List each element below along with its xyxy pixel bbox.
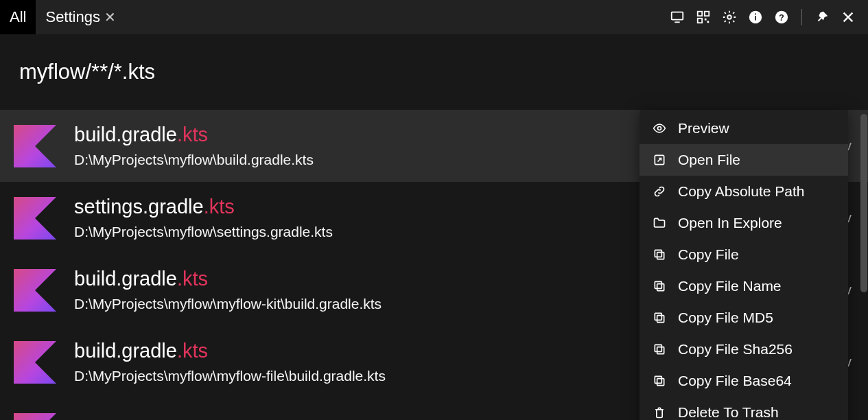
svg-point-6	[727, 15, 731, 19]
topbar-divider	[801, 9, 802, 25]
tab-settings[interactable]: Settings✕	[36, 0, 126, 34]
kotlin-file-icon	[14, 269, 56, 312]
svg-rect-9	[755, 14, 756, 15]
copy-icon	[652, 247, 667, 262]
pin-icon[interactable]	[814, 10, 830, 25]
svg-rect-28	[655, 376, 661, 383]
menu-item-label: Copy File MD5	[678, 310, 773, 326]
kotlin-file-icon	[14, 125, 56, 167]
svg-rect-8	[755, 16, 756, 20]
kotlin-file-icon	[14, 341, 56, 384]
folder-icon	[652, 215, 667, 231]
menu-item-copy-file-name[interactable]: Copy File Name	[640, 270, 848, 302]
svg-marker-14	[14, 269, 56, 312]
svg-point-17	[658, 127, 661, 130]
menu-item-copy-file[interactable]: Copy File	[640, 239, 848, 270]
tab-all[interactable]: All	[0, 0, 36, 34]
svg-rect-3	[698, 19, 702, 23]
svg-rect-19	[657, 253, 664, 259]
copy-icon	[652, 310, 667, 325]
svg-rect-23	[657, 316, 664, 323]
topbar: AllSettings✕ ?	[0, 0, 868, 34]
svg-rect-20	[655, 250, 661, 257]
svg-marker-12	[14, 125, 56, 167]
menu-item-label: Copy File Sha256	[678, 341, 793, 358]
menu-item-open-in-explore[interactable]: Open In Explore	[640, 207, 848, 239]
svg-rect-24	[655, 313, 661, 320]
monitor-icon[interactable]	[670, 10, 685, 25]
kotlin-file-icon	[14, 413, 56, 421]
svg-rect-22	[655, 281, 661, 288]
menu-item-delete-to-trash[interactable]: Delete To Trash	[640, 397, 848, 420]
eye-icon	[652, 121, 667, 136]
search-query-text: myflow/**/*.kts	[19, 60, 155, 84]
menu-item-copy-file-base64[interactable]: Copy File Base64	[640, 365, 848, 397]
menu-item-copy-file-md5[interactable]: Copy File MD5	[640, 302, 848, 334]
copy-icon	[652, 279, 667, 294]
context-menu: PreviewOpen FileCopy Absolute PathOpen I…	[640, 110, 848, 420]
svg-rect-25	[657, 347, 664, 354]
svg-marker-16	[14, 413, 56, 421]
link-icon	[652, 184, 667, 199]
gear-icon[interactable]	[722, 10, 737, 25]
info-icon[interactable]	[748, 10, 763, 25]
menu-item-label: Open In Explore	[678, 215, 782, 231]
scrollbar-thumb[interactable]	[860, 114, 867, 292]
open-ext-icon	[652, 152, 667, 167]
menu-item-copy-absolute-path[interactable]: Copy Absolute Path	[640, 176, 848, 207]
help-icon[interactable]: ?	[774, 10, 789, 25]
kotlin-file-icon	[14, 197, 56, 240]
svg-rect-4	[705, 19, 707, 21]
menu-item-preview[interactable]: Preview	[640, 113, 848, 144]
trash-icon	[652, 405, 667, 420]
menu-item-copy-file-sha256[interactable]: Copy File Sha256	[640, 334, 848, 365]
menu-item-label: Delete To Trash	[678, 404, 779, 420]
tab-close-icon[interactable]: ✕	[104, 9, 116, 25]
menu-item-label: Copy File	[678, 246, 739, 263]
svg-marker-13	[14, 197, 56, 240]
menu-item-label: Preview	[678, 120, 729, 137]
close-icon[interactable]	[841, 10, 856, 25]
menu-item-open-file[interactable]: Open File	[640, 144, 848, 176]
svg-rect-27	[657, 379, 664, 386]
qr-icon[interactable]	[696, 10, 711, 25]
svg-rect-2	[705, 12, 709, 16]
menu-item-label: Copy Absolute Path	[678, 183, 804, 200]
menu-item-label: Open File	[678, 152, 740, 168]
svg-text:?: ?	[779, 12, 784, 23]
copy-icon	[652, 373, 667, 388]
search-query-area[interactable]: myflow/**/*.kts	[0, 34, 868, 110]
menu-item-label: Copy File Name	[678, 278, 782, 294]
svg-rect-5	[707, 21, 709, 23]
svg-rect-26	[655, 345, 661, 351]
copy-icon	[652, 342, 667, 357]
svg-rect-21	[657, 284, 664, 291]
svg-rect-0	[672, 12, 683, 20]
svg-rect-1	[698, 12, 702, 16]
scrollbar[interactable]	[860, 114, 867, 416]
svg-marker-15	[14, 341, 56, 384]
menu-item-label: Copy File Base64	[678, 373, 792, 389]
